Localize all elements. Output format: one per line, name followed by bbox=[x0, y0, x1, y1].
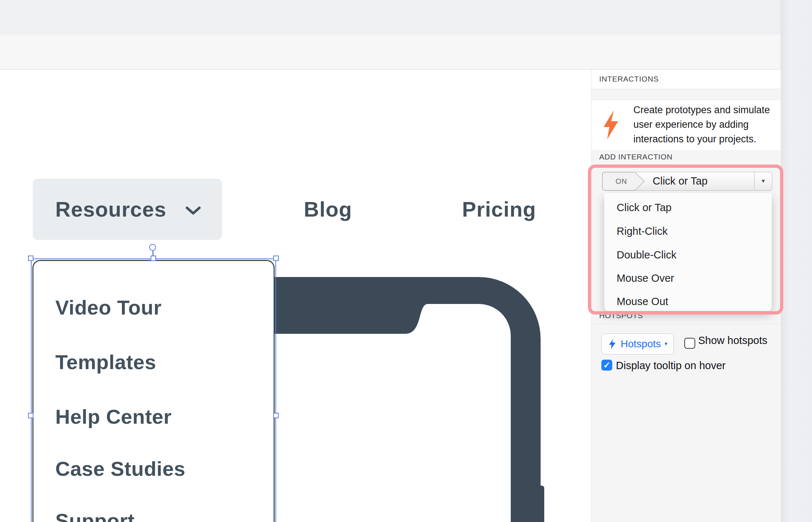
menu-item-video-tour[interactable]: Video Tour bbox=[55, 295, 259, 320]
intro-text-line3: interactions to your projects. bbox=[633, 133, 756, 145]
intro-text-line2: user experience by adding bbox=[633, 118, 749, 131]
event-option-mouse-out[interactable]: Mouse Out bbox=[617, 290, 762, 313]
lightning-icon bbox=[601, 110, 620, 140]
selection-rotate-handle[interactable] bbox=[149, 244, 156, 251]
event-option-click-or-tap[interactable]: Click or Tap bbox=[617, 196, 762, 219]
panel-title: INTERACTIONS bbox=[599, 75, 659, 83]
event-option-double-click[interactable]: Double-Click bbox=[617, 243, 762, 266]
hotspots-section-label: HOTSPOTS bbox=[599, 311, 643, 320]
dropdown-menu-panel[interactable]: Video Tour Templates Help Center Case St… bbox=[32, 260, 275, 522]
event-trigger-select[interactable]: ON Click or Tap ▼ bbox=[602, 172, 772, 191]
selection-handle-top-mid[interactable] bbox=[151, 256, 156, 261]
show-hotspots-checkbox[interactable] bbox=[684, 338, 695, 349]
panel-header-row: INTERACTIONS bbox=[592, 70, 781, 89]
hotspots-dropdown-button[interactable]: Hotspots ▼ bbox=[601, 333, 674, 355]
add-interaction-section-label: ADD INTERACTION bbox=[599, 153, 673, 161]
checkmark-icon: ✓ bbox=[603, 360, 610, 370]
selected-event-value: Click or Tap bbox=[653, 172, 708, 190]
main-toolbar: Diagram ▼ Note ▼ Components bbox=[0, 35, 780, 70]
app-window: Diagram ▼ Note ▼ Components bbox=[0, 0, 812, 522]
selection-handle-top-left[interactable] bbox=[28, 256, 33, 261]
intro-text-line1: Create prototypes and simulate bbox=[633, 104, 770, 116]
hotspots-button-label: Hotspots bbox=[621, 334, 661, 354]
interactions-panel: INTERACTIONS Create prototypes and simul… bbox=[592, 70, 781, 522]
on-label: ON bbox=[608, 172, 634, 190]
menu-item-help-center[interactable]: Help Center bbox=[55, 404, 259, 430]
menu-item-support[interactable]: Support bbox=[55, 508, 259, 522]
section-divider bbox=[592, 324, 781, 324]
event-option-mouse-over[interactable]: Mouse Over bbox=[617, 266, 762, 290]
lightning-icon bbox=[608, 339, 616, 349]
intro-card: Create prototypes and simulate user expe… bbox=[592, 100, 781, 151]
selection-handle-top-right[interactable] bbox=[273, 256, 279, 261]
window-top-strip bbox=[0, 0, 780, 35]
menu-item-case-studies[interactable]: Case Studies bbox=[55, 456, 259, 482]
selection-handle-mid-left[interactable] bbox=[28, 413, 33, 418]
menu-item-templates[interactable]: Templates bbox=[55, 349, 259, 375]
show-hotspots-label: Show hotspots bbox=[698, 335, 767, 347]
event-dropdown-arrow-button[interactable]: ▼ bbox=[754, 172, 772, 190]
event-option-right-click[interactable]: Right-Click bbox=[617, 220, 762, 243]
design-canvas[interactable]: Resources Blog Pricing Video Tour Templa… bbox=[0, 70, 592, 522]
display-tooltip-label: Display tooltip on hover bbox=[616, 360, 725, 372]
chevron-down-icon: ▼ bbox=[664, 334, 668, 354]
display-tooltip-checkbox[interactable]: ✓ bbox=[601, 360, 612, 371]
selection-handle-mid-right[interactable] bbox=[273, 413, 279, 418]
event-options-list: Click or Tap Right-Click Double-Click Mo… bbox=[604, 193, 772, 311]
